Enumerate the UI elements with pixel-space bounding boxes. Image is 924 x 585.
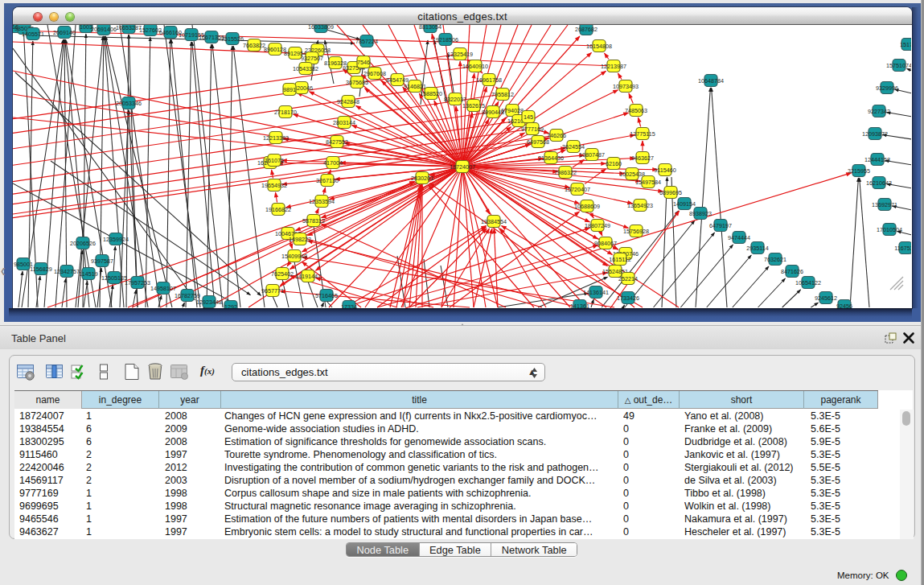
svg-text:12213987: 12213987	[601, 63, 626, 70]
svg-text:19218506: 19218506	[433, 36, 458, 43]
svg-text:10025438: 10025438	[619, 171, 645, 178]
svg-text:14958107: 14958107	[150, 285, 176, 292]
svg-text:10653287: 10653287	[116, 25, 142, 31]
svg-text:9329996: 9329996	[876, 84, 898, 92]
svg-text:13325419: 13325419	[447, 51, 473, 58]
svg-text:19384554: 19384554	[481, 218, 507, 225]
svg-text:15756928: 15756928	[623, 228, 649, 235]
svg-text:1498222: 1498222	[289, 236, 311, 243]
svg-text:7986322: 7986322	[554, 169, 577, 176]
svg-text:3675685: 3675685	[346, 79, 368, 86]
svg-text:252214: 252214	[618, 275, 638, 282]
svg-text:161075: 161075	[265, 157, 284, 164]
svg-text:2935114: 2935114	[746, 245, 768, 252]
svg-text:8960128: 8960128	[264, 46, 286, 53]
svg-text:9777169: 9777169	[521, 126, 544, 133]
svg-text:7857224: 7857224	[355, 38, 378, 45]
svg-text:6479197: 6479197	[709, 222, 732, 229]
svg-text:2718170: 2718170	[274, 109, 297, 116]
svg-text:15175: 15175	[900, 41, 911, 48]
svg-text:746266: 746266	[547, 132, 566, 139]
svg-text:7632621: 7632621	[764, 256, 786, 263]
svg-text:15751074: 15751074	[886, 62, 911, 69]
svg-text:2967608: 2967608	[363, 70, 386, 77]
svg-text:5878312: 5878312	[302, 217, 325, 225]
svg-text:92456: 92456	[836, 303, 852, 309]
svg-text:9146821: 9146821	[404, 83, 426, 90]
svg-text:1409154: 1409154	[673, 200, 696, 208]
svg-text:10654122: 10654122	[795, 279, 821, 286]
svg-text:21364436: 21364436	[538, 154, 564, 162]
svg-text:20053346: 20053346	[116, 100, 142, 107]
svg-text:15409948: 15409948	[281, 253, 307, 260]
svg-text:1733426: 1733426	[617, 295, 639, 302]
svg-text:16961758: 16961758	[476, 76, 502, 84]
svg-text:12342757: 12342757	[54, 268, 80, 275]
svg-text:2687682: 2687682	[575, 26, 598, 33]
svg-text:9397587: 9397587	[91, 257, 113, 265]
svg-text:13654923: 13654923	[627, 202, 653, 209]
svg-text:10973493: 10973493	[613, 83, 639, 90]
svg-text:8813054: 8813054	[419, 25, 441, 31]
svg-text:16033809: 16033809	[308, 25, 334, 31]
svg-text:12923448: 12923448	[196, 299, 222, 306]
svg-text:2830203: 2830203	[411, 175, 433, 182]
svg-text:7546: 7546	[357, 59, 370, 66]
svg-text:9245612: 9245612	[815, 295, 837, 302]
svg-text:7485063: 7485063	[625, 107, 647, 114]
svg-text:18724007: 18724007	[450, 163, 475, 171]
svg-text:14191447: 14191447	[295, 273, 321, 280]
svg-text:9227342: 9227342	[868, 108, 890, 115]
svg-text:7663822: 7663822	[243, 42, 265, 49]
svg-text:114519: 114519	[79, 270, 97, 278]
svg-text:13775115: 13775115	[630, 130, 655, 138]
svg-text:10648784: 10648784	[698, 77, 724, 84]
svg-text:145: 145	[524, 113, 533, 121]
svg-text:10688609: 10688609	[574, 203, 600, 210]
svg-text:2069140: 2069140	[53, 29, 76, 36]
svg-text:14136141: 14136141	[583, 289, 609, 296]
svg-text:9657771: 9657771	[261, 287, 284, 295]
svg-text:16210643: 16210643	[866, 179, 892, 187]
svg-text:8471626: 8471626	[781, 268, 803, 275]
svg-text:20206526: 20206526	[70, 240, 96, 247]
svg-text:16154808: 16154808	[586, 43, 612, 50]
svg-text:9891: 9891	[283, 86, 296, 93]
svg-text:9327507: 9327507	[301, 55, 323, 62]
svg-text:20691406: 20691406	[91, 26, 117, 33]
svg-text:6899695: 6899695	[659, 189, 682, 196]
svg-text:19654932: 19654932	[261, 182, 287, 189]
svg-text:10807487: 10807487	[579, 151, 605, 159]
svg-text:8938923: 8938923	[689, 210, 712, 217]
svg-text:1527602: 1527602	[139, 27, 162, 34]
svg-text:7515526: 7515526	[221, 35, 244, 43]
svg-text:417004: 417004	[323, 159, 343, 167]
svg-text:10543382: 10543382	[293, 65, 318, 72]
svg-text:7955812: 7955812	[491, 91, 514, 98]
svg-text:18807249: 18807249	[585, 222, 610, 229]
svg-text:3215955: 3215955	[848, 167, 870, 175]
svg-text:1615112: 1615112	[609, 256, 630, 263]
svg-text:8427552: 8427552	[326, 138, 348, 146]
svg-text:12359924: 12359924	[103, 236, 129, 243]
svg-text:3624554: 3624554	[562, 143, 585, 150]
svg-text:9474444: 9474444	[728, 234, 750, 241]
svg-text:1167534: 1167534	[894, 245, 911, 252]
svg-text:12353594: 12353594	[309, 198, 335, 205]
svg-text:9242848: 9242848	[337, 98, 359, 105]
svg-text:6794028: 6794028	[501, 107, 524, 114]
svg-text:62160: 62160	[606, 160, 622, 167]
svg-text:1588520: 1588520	[420, 90, 442, 97]
svg-text:17957253: 17957253	[125, 279, 150, 286]
svg-text:12093872: 12093872	[862, 130, 888, 138]
svg-text:9084067: 9084067	[594, 240, 617, 247]
svg-text:6497568: 6497568	[527, 138, 549, 146]
svg-text:17010504: 17010504	[877, 226, 902, 233]
svg-text:1156829: 1156829	[30, 266, 51, 273]
svg-text:5716465: 5716465	[315, 292, 338, 299]
svg-text:9463627: 9463627	[631, 154, 654, 162]
svg-text:9115460: 9115460	[654, 167, 676, 174]
svg-text:2803144: 2803144	[333, 119, 355, 126]
svg-text:7625402: 7625402	[271, 270, 294, 278]
svg-text:19166822: 19166822	[265, 206, 291, 213]
